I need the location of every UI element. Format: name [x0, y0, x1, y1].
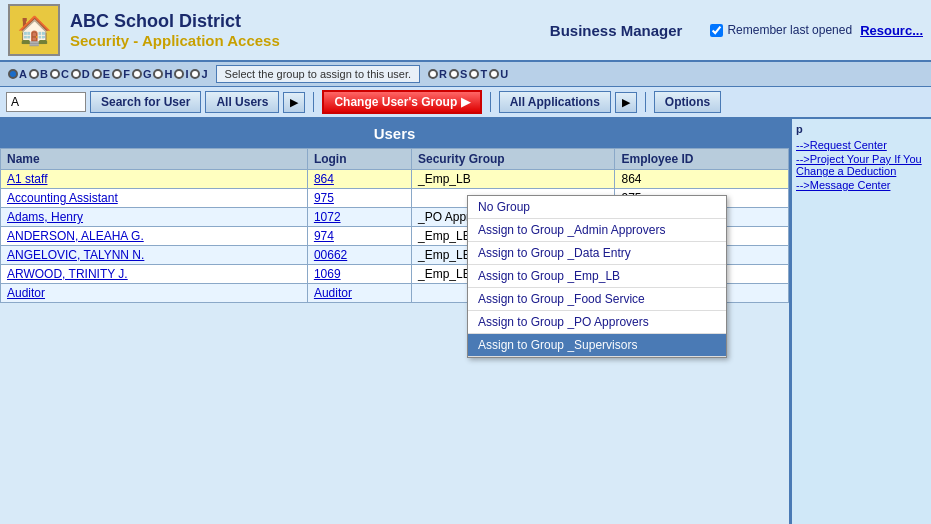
cell-login: 00662 — [307, 246, 411, 265]
radio-h[interactable] — [153, 69, 163, 79]
radio-u[interactable] — [489, 69, 499, 79]
cell-name: A1 staff — [1, 170, 308, 189]
all-users-button[interactable]: All Users — [205, 91, 279, 113]
toolbar: Search for User All Users ▶ Change User'… — [0, 87, 931, 119]
search-input[interactable] — [6, 92, 86, 112]
header-text: ABC School District Security - Applicati… — [70, 11, 540, 49]
letter-r[interactable]: R — [428, 68, 447, 80]
letter-a[interactable]: A — [8, 68, 27, 80]
separator-2 — [490, 92, 491, 112]
separator-3 — [645, 92, 646, 112]
radio-s[interactable] — [449, 69, 459, 79]
radio-d[interactable] — [71, 69, 81, 79]
resources-link[interactable]: Resourc... — [860, 23, 923, 38]
right-panel: p -->Request Center -->Project Your Pay … — [791, 119, 931, 524]
col-employee-id: Employee ID — [615, 149, 789, 170]
letter-f[interactable]: F — [112, 68, 130, 80]
letter-g[interactable]: G — [132, 68, 152, 80]
cell-name: ANDERSON, ALEAHA G. — [1, 227, 308, 246]
col-login: Login — [307, 149, 411, 170]
letter-d[interactable]: D — [71, 68, 90, 80]
page-subtitle: Security - Application Access — [70, 32, 540, 49]
dropdown-item[interactable]: Assign to Group _Food Service — [468, 288, 726, 311]
dropdown-item[interactable]: No Group — [468, 196, 726, 219]
cell-login: 1072 — [307, 208, 411, 227]
right-panel-label: p — [796, 123, 927, 135]
letter-u[interactable]: U — [489, 68, 508, 80]
cell-login: 864 — [307, 170, 411, 189]
logo-icon: 🏠 — [8, 4, 60, 56]
remember-checkbox[interactable] — [710, 24, 723, 37]
radio-c[interactable] — [50, 69, 60, 79]
radio-b[interactable] — [29, 69, 39, 79]
remember-label[interactable]: Remember last opened — [710, 23, 852, 37]
letter-bar: A B C D E F G H I J Select the group to … — [0, 62, 931, 87]
dropdown-item[interactable]: Assign to Group _Data Entry — [468, 242, 726, 265]
cell-group: _Emp_LB — [412, 170, 615, 189]
cell-name: ANGELOVIC, TALYNN N. — [1, 246, 308, 265]
cell-name: Adams, Henry — [1, 208, 308, 227]
biz-role: Business Manager — [550, 22, 683, 39]
cell-login: Auditor — [307, 284, 411, 303]
right-link-2[interactable]: -->Project Your Pay If You Change a Dedu… — [796, 153, 927, 177]
dropdown-item[interactable]: Assign to Group _Emp_LB — [468, 265, 726, 288]
all-users-arrow[interactable]: ▶ — [283, 92, 305, 113]
radio-a[interactable] — [8, 69, 18, 79]
letter-i[interactable]: I — [174, 68, 188, 80]
radio-j[interactable] — [190, 69, 200, 79]
group-tooltip: Select the group to assign to this user. — [216, 65, 421, 83]
radio-f[interactable] — [112, 69, 122, 79]
table-row[interactable]: A1 staff864_Emp_LB864 — [1, 170, 789, 189]
search-for-user-button[interactable]: Search for User — [90, 91, 201, 113]
letter-e[interactable]: E — [92, 68, 110, 80]
letter-b[interactable]: B — [29, 68, 48, 80]
cell-name: ARWOOD, TRINITY J. — [1, 265, 308, 284]
cell-emp-id: 864 — [615, 170, 789, 189]
cell-name: Accounting Assistant — [1, 189, 308, 208]
dropdown-item[interactable]: Assign to Group _PO Approvers — [468, 311, 726, 334]
header-right: Business Manager Remember last opened Re… — [550, 22, 923, 39]
cell-login: 974 — [307, 227, 411, 246]
cell-login: 1069 — [307, 265, 411, 284]
dropdown-item[interactable]: Assign to Group _Admin Approvers — [468, 219, 726, 242]
main-area: Users Name Login Security Group Employee… — [0, 119, 931, 524]
radio-t[interactable] — [469, 69, 479, 79]
district-name: ABC School District — [70, 11, 540, 32]
change-group-button[interactable]: Change User's Group ▶ — [322, 90, 481, 114]
dropdown-item[interactable]: Assign to Group _Supervisors — [468, 334, 726, 357]
right-link-3[interactable]: -->Message Center — [796, 179, 927, 191]
right-link-1[interactable]: -->Request Center — [796, 139, 927, 151]
letter-h[interactable]: H — [153, 68, 172, 80]
letter-j[interactable]: J — [190, 68, 207, 80]
separator-1 — [313, 92, 314, 112]
radio-r[interactable] — [428, 69, 438, 79]
letter-c[interactable]: C — [50, 68, 69, 80]
col-name: Name — [1, 149, 308, 170]
all-applications-button[interactable]: All Applications — [499, 91, 611, 113]
options-button[interactable]: Options — [654, 91, 721, 113]
users-panel-header: Users — [0, 119, 789, 148]
col-security-group: Security Group — [412, 149, 615, 170]
radio-g[interactable] — [132, 69, 142, 79]
all-applications-arrow[interactable]: ▶ — [615, 92, 637, 113]
cell-name: Auditor — [1, 284, 308, 303]
header: 🏠 ABC School District Security - Applica… — [0, 0, 931, 62]
change-group-dropdown: No GroupAssign to Group _Admin Approvers… — [467, 195, 727, 358]
letter-t[interactable]: T — [469, 68, 487, 80]
radio-e[interactable] — [92, 69, 102, 79]
letter-s[interactable]: S — [449, 68, 467, 80]
cell-login: 975 — [307, 189, 411, 208]
radio-i[interactable] — [174, 69, 184, 79]
